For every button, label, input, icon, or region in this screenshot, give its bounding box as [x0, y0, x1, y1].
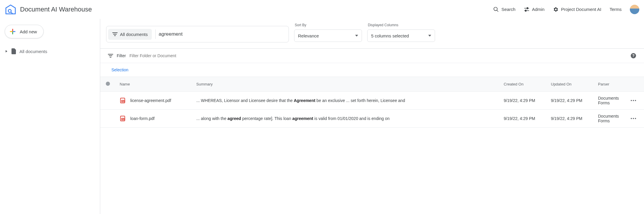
column-header-summary[interactable]: Summary	[192, 77, 500, 92]
pdf-icon: PDF	[120, 115, 126, 122]
filter-list-icon	[112, 32, 118, 36]
pdf-icon: PDF	[120, 97, 126, 104]
svg-rect-7	[525, 10, 526, 11]
chevron-down-icon	[355, 35, 358, 37]
filter-row: Filter ?	[100, 49, 644, 63]
table-header-row: Name Summary Created On Updated On Parse…	[100, 77, 644, 92]
column-header-created[interactable]: Created On	[500, 77, 547, 92]
main-content: All documents Sort By Relevance Displaye…	[100, 19, 644, 214]
nav-terms-label: Terms	[610, 7, 622, 12]
svg-line-3	[497, 10, 498, 11]
chevron-down-icon	[428, 35, 431, 37]
displayed-columns-value: 5 columns selected	[371, 33, 409, 38]
row-summary: ... along with the agreed percentage rat…	[192, 110, 500, 128]
tune-icon	[524, 6, 530, 12]
add-new-button[interactable]: Add new	[5, 25, 44, 38]
row-parser: Documents Forms	[594, 92, 626, 110]
sort-by-label: Sort By	[295, 23, 306, 27]
svg-marker-16	[355, 35, 358, 37]
row-created: 9/19/22, 4:29 PM	[500, 110, 547, 128]
divider	[155, 29, 156, 39]
nav-search[interactable]: Search	[493, 6, 515, 12]
tab-selection[interactable]: Selection	[108, 68, 129, 72]
svg-point-33	[633, 118, 634, 119]
nav-search-label: Search	[501, 7, 515, 12]
file-name: loan-form.pdf	[130, 116, 154, 121]
search-input[interactable]	[157, 31, 289, 37]
sidebar-item-all-documents[interactable]: All documents	[4, 47, 96, 56]
row-updated: 9/19/22, 4:29 PM	[547, 110, 594, 128]
svg-text:?: ?	[632, 53, 635, 58]
header-nav: Search Admin Project Document AI Terms	[493, 5, 639, 14]
svg-marker-17	[428, 35, 431, 37]
search-box: All documents	[106, 26, 289, 42]
row-parser: Documents Forms	[594, 110, 626, 128]
svg-point-2	[494, 7, 498, 11]
document-icon	[11, 48, 17, 54]
nav-terms[interactable]: Terms	[610, 7, 622, 12]
add-new-label: Add new	[20, 29, 37, 34]
row-created: 9/19/22, 4:29 PM	[500, 92, 547, 110]
svg-point-26	[631, 100, 632, 101]
filter-icon	[108, 54, 113, 58]
nav-project[interactable]: Project Document AI	[553, 6, 601, 12]
row-summary: ... WHEREAS, Licensor and Licensee desir…	[192, 92, 500, 110]
row-select[interactable]	[100, 92, 116, 110]
user-avatar[interactable]	[630, 5, 639, 14]
svg-point-28	[635, 100, 636, 101]
column-select[interactable]	[100, 77, 116, 92]
search-scope-label: All documents	[120, 32, 148, 37]
nav-project-label: Project Document AI	[561, 7, 601, 12]
svg-rect-6	[527, 7, 528, 9]
header-bar: Document AI Warehouse Search Admin Proje…	[0, 0, 644, 19]
column-header-parser[interactable]: Parser	[594, 77, 626, 92]
displayed-columns-label: Displayed Columns	[368, 23, 398, 27]
select-all-icon	[106, 82, 110, 86]
sidebar-all-documents-label: All documents	[19, 49, 47, 54]
sort-by-value: Relevance	[298, 33, 319, 38]
row-more-button[interactable]	[626, 110, 644, 128]
help-icon[interactable]: ?	[630, 53, 636, 59]
svg-point-34	[635, 118, 636, 119]
search-scope-chip[interactable]: All documents	[108, 29, 152, 40]
svg-point-27	[633, 100, 634, 101]
search-controls-row: All documents Sort By Relevance Displaye…	[100, 19, 644, 49]
column-header-name[interactable]: Name	[116, 77, 192, 92]
tabs-row: Selection	[100, 63, 644, 77]
gear-icon	[553, 6, 559, 12]
nav-admin[interactable]: Admin	[524, 6, 545, 12]
table-row[interactable]: PDFloan-form.pdf... along with the agree…	[100, 110, 644, 128]
chevron-right-icon	[5, 50, 8, 53]
row-more-button[interactable]	[626, 92, 644, 110]
column-header-updated[interactable]: Updated On	[547, 77, 594, 92]
displayed-columns-dropdown[interactable]: Displayed Columns 5 columns selected	[367, 28, 435, 42]
svg-text:PDF: PDF	[121, 118, 125, 120]
svg-marker-12	[6, 50, 7, 52]
svg-point-32	[631, 118, 632, 119]
app-logo[interactable]: Document AI Warehouse	[5, 4, 92, 14]
row-select[interactable]	[100, 110, 116, 128]
file-name: license-agreement.pdf	[130, 98, 171, 103]
warehouse-icon	[5, 4, 17, 14]
table-row[interactable]: PDFlicense-agreement.pdf... WHEREAS, Lic…	[100, 92, 644, 110]
nav-admin-label: Admin	[532, 7, 545, 12]
filter-label: Filter	[117, 53, 126, 58]
svg-text:PDF: PDF	[121, 100, 125, 102]
plus-icon	[9, 28, 16, 35]
row-updated: 9/19/22, 4:29 PM	[547, 92, 594, 110]
sidebar: Add new All documents	[0, 19, 100, 214]
search-icon	[493, 6, 499, 12]
filter-input[interactable]	[129, 53, 627, 58]
app-title: Document AI Warehouse	[20, 6, 92, 13]
results-table: Name Summary Created On Updated On Parse…	[100, 77, 644, 128]
sort-by-dropdown[interactable]: Sort By Relevance	[294, 28, 362, 42]
column-header-actions	[626, 77, 644, 92]
